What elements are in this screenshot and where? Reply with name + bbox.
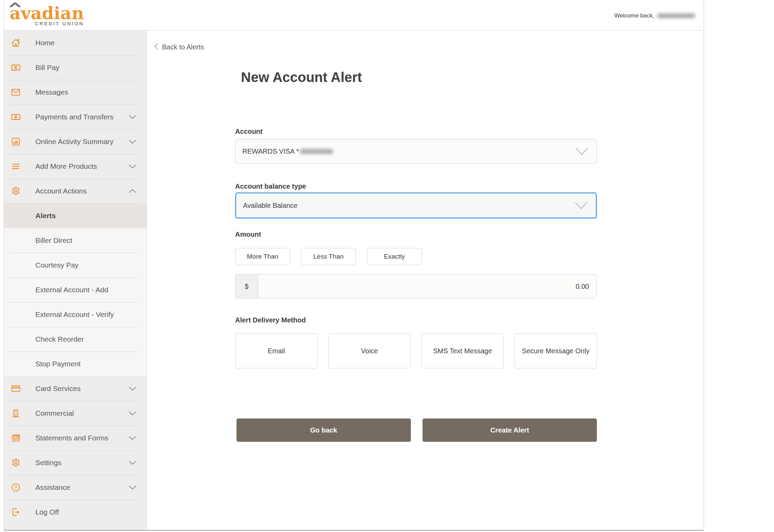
currency-symbol: $ — [235, 275, 258, 298]
redacted-account-number — [300, 149, 333, 154]
credit-card-icon — [10, 383, 21, 394]
create-alert-button[interactable]: Create Alert — [423, 418, 597, 442]
building-icon — [10, 408, 21, 419]
account-label: Account — [235, 128, 263, 135]
sidebar-item-alerts[interactable]: Alerts — [4, 203, 147, 228]
dollar-bill-icon: $ — [10, 62, 21, 73]
amount-comparison-group: More Than Less Than Exactly — [235, 248, 422, 265]
account-select-value: REWARDS VISA * — [242, 147, 299, 155]
sms-text-message-button[interactable]: SMS Text Message — [421, 333, 504, 368]
sidebar-item-bill-pay[interactable]: $ Bill Pay — [4, 55, 147, 80]
svg-text:$: $ — [15, 66, 17, 69]
logo-wordmark: avadian — [10, 4, 84, 22]
chevron-up-icon — [129, 189, 136, 193]
sidebar-item-label: External Account - Add — [35, 286, 108, 294]
sidebar-item-card-services[interactable]: Card Services — [4, 376, 147, 401]
menu-lines-icon — [10, 161, 21, 172]
voice-button[interactable]: Voice — [328, 333, 411, 368]
sidebar-item-biller-direct[interactable]: Biller Direct — [4, 228, 147, 253]
sidebar-item-label: Statements and Forms — [35, 434, 108, 442]
back-link-label: Back to Alerts — [162, 43, 204, 51]
sidebar-item-label: Commercial — [35, 409, 74, 417]
svg-text:$: $ — [15, 116, 17, 119]
sidebar-item-online-activity-summary[interactable]: Online Activity Summary — [4, 129, 147, 154]
welcome-text: Welcome back, — [614, 12, 654, 19]
less-than-button[interactable]: Less Than — [301, 248, 356, 265]
main-content: Back to Alerts New Account Alert Account… — [147, 31, 704, 530]
sidebar-item-label: Bill Pay — [35, 63, 59, 72]
sidebar-item-label: Payments and Transfers — [35, 113, 114, 121]
exactly-button[interactable]: Exactly — [367, 248, 422, 265]
account-select[interactable]: REWARDS VISA * — [235, 139, 597, 164]
header: avadian CREDIT UNION Welcome back, — [4, 0, 704, 31]
sidebar-item-payments-and-transfers[interactable]: $ Payments and Transfers — [4, 105, 147, 129]
app-window: avadian CREDIT UNION Welcome back, Home … — [4, 0, 704, 531]
chevron-down-icon — [129, 411, 136, 415]
sidebar-item-external-account-add[interactable]: External Account - Add — [4, 277, 147, 302]
sidebar-item-courtesy-pay[interactable]: Courtesy Pay — [4, 253, 147, 277]
home-icon — [10, 37, 21, 48]
gear-icon — [10, 457, 21, 468]
sidebar-item-label: Account Actions — [35, 187, 86, 195]
sidebar-item-check-reorder[interactable]: Check Reorder — [4, 327, 147, 352]
gear-icon — [10, 186, 21, 197]
envelope-icon — [10, 87, 21, 98]
chevron-down-icon — [575, 147, 588, 155]
sidebar-item-label: Biller Direct — [35, 236, 72, 245]
sidebar-item-label: Check Reorder — [35, 335, 84, 343]
chevron-down-icon — [129, 436, 136, 440]
sidebar-item-label: Courtesy Pay — [35, 261, 79, 269]
page-title: New Account Alert — [241, 70, 362, 85]
chevron-down-icon — [129, 461, 136, 465]
sidebar-item-label: Stop Payment — [35, 360, 81, 368]
sidebar-item-assistance[interactable]: ? Assistance — [4, 475, 147, 500]
delivery-method-group: Email Voice SMS Text Message Secure Mess… — [235, 333, 597, 368]
chevron-down-icon — [129, 485, 136, 489]
sidebar-item-label: Settings — [35, 459, 61, 467]
dollar-bill-icon: $ — [10, 111, 21, 122]
go-back-button[interactable]: Go back — [236, 418, 411, 442]
balance-type-label: Account balance type — [235, 182, 306, 190]
chevron-down-icon — [129, 115, 136, 119]
logo-caret-icon — [10, 2, 20, 9]
balance-type-select-value: Available Balance — [243, 202, 298, 210]
amount-input[interactable] — [258, 275, 597, 298]
sidebar-item-stop-payment[interactable]: Stop Payment — [4, 352, 147, 376]
sidebar: Home $ Bill Pay Messages — [4, 31, 147, 530]
delivery-method-label: Alert Delivery Method — [235, 316, 306, 324]
sidebar-item-label: Add More Products — [35, 162, 97, 170]
svg-text:?: ? — [14, 485, 18, 490]
redacted-username — [657, 13, 695, 18]
sidebar-item-label: Log Off — [35, 508, 59, 516]
logo[interactable]: avadian CREDIT UNION — [10, 4, 84, 26]
newspaper-icon — [10, 433, 21, 444]
amount-label: Amount — [235, 230, 261, 238]
chevron-left-icon — [154, 43, 158, 51]
chevron-down-icon — [129, 387, 136, 391]
sidebar-item-label: Assistance — [35, 483, 70, 492]
email-button[interactable]: Email — [235, 333, 317, 368]
sidebar-item-log-off[interactable]: Log Off — [4, 500, 147, 524]
sidebar-item-add-more-products[interactable]: Add More Products — [4, 154, 147, 179]
balance-type-select[interactable]: Available Balance — [235, 192, 597, 218]
sidebar-item-label: Messages — [35, 88, 68, 96]
amount-input-group: $ — [235, 274, 597, 298]
sidebar-item-label: Alerts — [35, 212, 56, 220]
form-actions: Go back Create Alert — [236, 418, 597, 442]
sidebar-item-account-actions[interactable]: Account Actions — [4, 179, 147, 203]
secure-message-only-button[interactable]: Secure Message Only — [515, 333, 597, 368]
sidebar-item-external-account-verify[interactable]: External Account - Verify — [4, 302, 147, 327]
bar-chart-icon — [10, 136, 21, 147]
question-circle-icon: ? — [10, 482, 21, 493]
sidebar-item-statements-and-forms[interactable]: Statements and Forms — [4, 426, 147, 450]
chevron-down-icon — [575, 202, 588, 209]
back-to-alerts-link[interactable]: Back to Alerts — [154, 43, 204, 51]
sidebar-item-label: Card Services — [35, 385, 81, 393]
sidebar-item-messages[interactable]: Messages — [4, 80, 147, 105]
sidebar-item-home[interactable]: Home — [4, 31, 147, 55]
sidebar-item-commercial[interactable]: Commercial — [4, 401, 147, 426]
more-than-button[interactable]: More Than — [235, 248, 290, 265]
sidebar-item-label: External Account - Verify — [35, 310, 114, 319]
sidebar-item-settings[interactable]: Settings — [4, 450, 147, 475]
sidebar-item-label: Home — [35, 39, 55, 47]
